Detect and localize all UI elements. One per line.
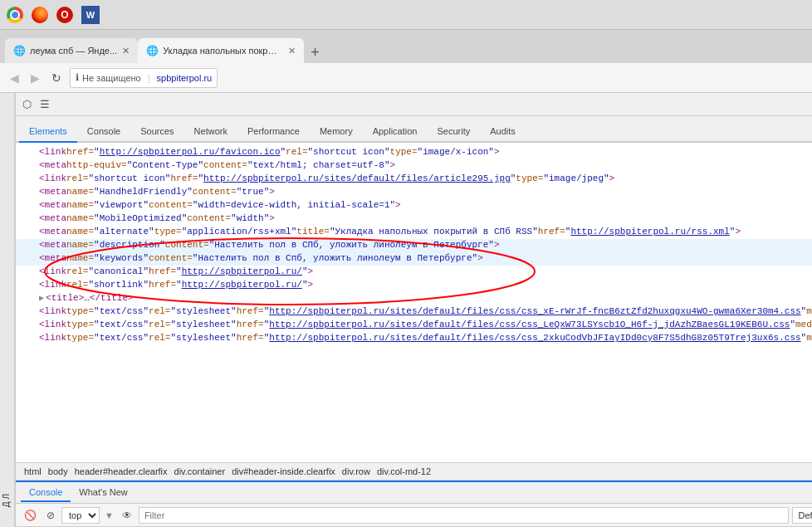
html-line-15[interactable]: <link type="text/css" rel="stylesheet" h… xyxy=(16,332,812,345)
tab-1-title: леума спб — Янде... xyxy=(30,46,117,56)
tab-audits[interactable]: Audits xyxy=(480,121,526,143)
security-info: ℹ Не защищено | spbpiterpol.ru xyxy=(70,68,218,88)
html-line-14[interactable]: <link type="text/css" rel="stylesheet" h… xyxy=(16,319,812,332)
tab-2-title: Укладка напольных покрытий е... xyxy=(163,46,283,56)
html-line-10[interactable]: <link rel="canonical" href="http://spbpi… xyxy=(16,266,812,279)
devtools-tabs: Elements Console Sources Network Perform… xyxy=(16,116,812,143)
opera-icon: O xyxy=(56,7,73,23)
console-context-select[interactable]: top xyxy=(61,507,100,524)
breadcrumb-html[interactable]: html xyxy=(21,466,45,477)
html-line-6[interactable]: <meta name="MobileOptimized" content="wi… xyxy=(16,212,812,226)
html-line-11[interactable]: <link rel="shortlink" href="http://spbpi… xyxy=(16,279,812,292)
html-line-9[interactable]: <meta name="keywords" content="Настелить… xyxy=(16,252,812,266)
tab-console[interactable]: Console xyxy=(77,121,130,143)
address-bar: ◀ ▶ ↻ ℹ Не защищено | spbpiterpol.ru xyxy=(0,63,812,93)
breadcrumb-row[interactable]: div.row xyxy=(339,466,374,477)
console-select-arrow: ▼ xyxy=(105,510,114,520)
main-content: Д Л ⬡ ☰ Elements Console Sources Network… xyxy=(0,93,812,527)
tab-security[interactable]: Security xyxy=(427,121,480,143)
console-filter-icon[interactable]: ⊘ xyxy=(43,508,58,523)
reload-button[interactable]: ↻ xyxy=(48,70,65,86)
html-line-2[interactable]: <meta http-equiv="Content-Type" content=… xyxy=(16,159,812,173)
breadcrumb-header-inside[interactable]: div#header-inside.clearfix xyxy=(228,466,339,477)
html-line-13[interactable]: <link type="text/css" rel="stylesheet" h… xyxy=(16,305,812,319)
devtools-inspect-icon[interactable]: ☰ xyxy=(37,96,53,112)
back-button[interactable]: ◀ xyxy=(7,70,22,86)
tab-memory[interactable]: Memory xyxy=(310,121,363,143)
html-line-1[interactable]: <link href="http://spbpiterpol.ru/favico… xyxy=(16,146,812,159)
html-line-7[interactable]: <meta name="alternate" type="application… xyxy=(16,226,812,239)
sidebar-left: Д Л xyxy=(0,93,15,527)
breadcrumb-bar: html body header#header.clearfix div.con… xyxy=(16,462,812,481)
tab-1[interactable]: 🌐 леума спб — Янде... ✕ xyxy=(5,38,138,63)
html-line-4[interactable]: <meta name="HandheldFriendly" content="t… xyxy=(16,186,812,199)
breadcrumb-container[interactable]: div.container xyxy=(171,466,229,477)
devtools-panel: ⬡ ☰ Elements Console Sources Network Per… xyxy=(15,93,812,527)
breadcrumb-header[interactable]: header#header.clearfix xyxy=(71,466,171,477)
chrome-icon xyxy=(7,7,23,23)
tab-performance[interactable]: Performance xyxy=(237,121,310,143)
bottom-tab-whats-new[interactable]: What's New xyxy=(71,484,135,502)
security-icon: ℹ xyxy=(76,72,79,83)
console-toolbar: 🚫 ⊘ top ▼ 👁 Default levels ▼ xyxy=(16,504,812,527)
tab-bar: 🌐 леума спб — Янде... ✕ 🌐 Укладка наполь… xyxy=(0,30,812,63)
console-eye-icon[interactable]: 👁 xyxy=(119,508,135,523)
tab-2-favicon: 🌐 xyxy=(146,45,158,56)
html-line-5[interactable]: <meta name="viewport" content="width=dev… xyxy=(16,199,812,212)
sidebar-text: Д Л xyxy=(2,494,11,507)
breadcrumb-col[interactable]: div.col-md-12 xyxy=(374,466,434,477)
separator: | xyxy=(148,73,150,83)
tab-2[interactable]: 🌐 Укладка напольных покрытий е... ✕ xyxy=(138,38,304,63)
tab-2-close[interactable]: ✕ xyxy=(288,46,296,56)
app-icons: O W xyxy=(7,6,100,24)
tab-sources[interactable]: Sources xyxy=(130,121,183,143)
word-icon: W xyxy=(81,6,100,24)
browser-top-bar: O W xyxy=(0,0,812,30)
breadcrumb-body[interactable]: body xyxy=(45,466,71,477)
new-tab-button[interactable]: + xyxy=(304,44,326,61)
bottom-tabs: Console What's New xyxy=(16,482,812,504)
console-filter-input[interactable] xyxy=(139,507,790,524)
html-line-8[interactable]: <meta name="description" content="Настел… xyxy=(16,239,812,252)
security-label: Не защищено xyxy=(82,73,141,83)
annotation-area: <link rel="canonical" href="http://spbpi… xyxy=(16,266,812,292)
console-levels-button[interactable]: Default levels ▼ xyxy=(792,507,812,524)
tab-1-close[interactable]: ✕ xyxy=(122,46,130,56)
bottom-panel: Console What's New 🚫 ⊘ top ▼ 👁 Default l… xyxy=(16,481,812,527)
html-tree: <link href="http://spbpiterpol.ru/favico… xyxy=(16,143,812,462)
devtools-pointer-icon[interactable]: ⬡ xyxy=(19,96,35,112)
html-line-12[interactable]: ▶ <title>…</title> xyxy=(16,292,812,305)
devtools-toolbar: ⬡ ☰ xyxy=(16,93,812,116)
tab-application[interactable]: Application xyxy=(363,121,428,143)
bottom-tab-console[interactable]: Console xyxy=(21,484,71,502)
html-line-3[interactable]: <link rel="shortcut icon" href="http://s… xyxy=(16,173,812,186)
firefox-icon xyxy=(32,7,48,23)
console-clear-icon[interactable]: 🚫 xyxy=(21,508,40,523)
forward-button[interactable]: ▶ xyxy=(27,70,43,86)
devtools-main: <link href="http://spbpiterpol.ru/favico… xyxy=(16,143,812,527)
tab-elements[interactable]: Elements xyxy=(19,121,77,143)
url-display[interactable]: spbpiterpol.ru xyxy=(157,73,213,83)
tab-network[interactable]: Network xyxy=(184,121,237,143)
tab-1-favicon: 🌐 xyxy=(13,45,25,56)
